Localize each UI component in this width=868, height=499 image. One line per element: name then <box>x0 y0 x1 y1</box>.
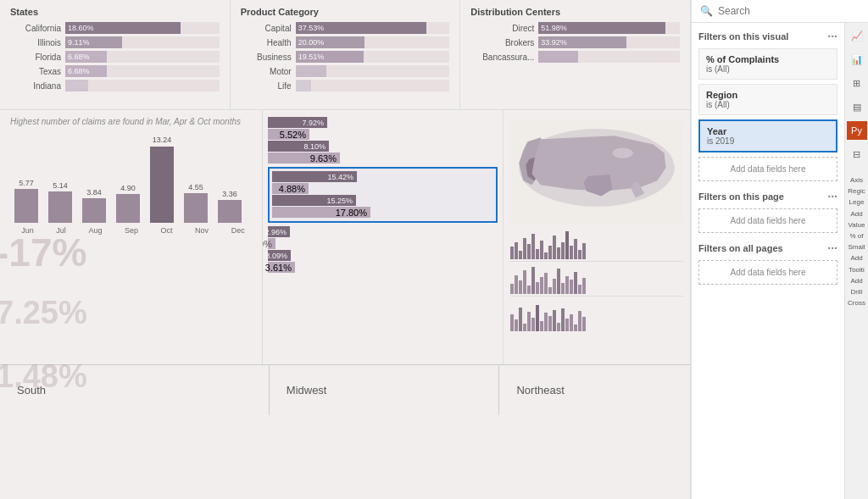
product-bar-health[interactable]: Health 20.00% <box>241 36 450 48</box>
bar-dec[interactable] <box>218 200 242 223</box>
add3-label: Add <box>848 276 865 286</box>
product-bars: Capital 37.53% Health 20.00% <box>241 22 450 91</box>
hbar-group-2-selected[interactable]: 15.42% 4.88% 15.25% 17.80% <box>268 167 498 223</box>
months-labels: Jun Jul Aug Sep Oct Nov Dec <box>10 226 256 235</box>
usa-map[interactable] <box>510 117 683 227</box>
svg-point-9 <box>612 147 632 158</box>
product-chart: Product Category Capital 37.53% Health <box>231 0 461 109</box>
product-bar-capital[interactable]: Capital 37.53% <box>241 22 450 34</box>
table-icon-btn[interactable]: ⊞ <box>847 74 867 92</box>
trend-chart: Highest number of claims are found in Ma… <box>0 110 263 364</box>
product-title: Product Category <box>241 7 450 17</box>
hbar-1-2[interactable]: 5.52% <box>268 129 309 140</box>
hbar-2-3[interactable]: 15.25% <box>272 195 356 206</box>
middle-area: Highest number of claims are found in Ma… <box>0 110 690 364</box>
bar-oct[interactable] <box>150 147 174 223</box>
hbar-1-3[interactable]: 8.10% <box>268 141 329 152</box>
state-bar-indiana[interactable]: Indiana <box>10 80 220 91</box>
states-title: States <box>10 7 220 17</box>
svg-text:13.24: 13.24 <box>153 136 172 144</box>
product-bar-business[interactable]: Business 19.51% <box>241 51 450 63</box>
search-icon: 🔍 <box>700 5 713 17</box>
states-bars: California 18.60% Illinois 9.11% <box>10 22 220 91</box>
bottom-label-northeast[interactable]: Northeast <box>499 365 690 415</box>
hbar-2-2[interactable]: 4.88% <box>272 183 309 194</box>
cross-label: Cross <box>848 298 865 308</box>
sparkline-2 <box>510 267 683 297</box>
top-charts-row: States California 18.60% Illinois <box>0 0 690 110</box>
search-input[interactable] <box>718 5 860 17</box>
horiz-bars-section: 7.92% 5.52% 8.10% 9.63% 15.42% 4.88% 15.… <box>263 110 504 364</box>
filters-area: Filters on this visual ··· % of Complain… <box>692 23 844 499</box>
svg-text:4.55: 4.55 <box>188 183 203 191</box>
product-bar-motor[interactable]: Motor <box>241 65 450 77</box>
visual-add-fields[interactable]: Add data fields here <box>698 157 837 181</box>
dist-bar-bancassura[interactable]: Bancassura... <box>470 51 680 63</box>
dist-bar-brokers[interactable]: Brokers 33.92% <box>470 36 680 48</box>
bar-sep[interactable] <box>116 194 140 223</box>
page-add-fields[interactable]: Add data fields here <box>698 208 837 233</box>
hbar-1-4[interactable]: 9.63% <box>268 152 340 164</box>
filter-year[interactable]: Year is 2019 <box>698 119 837 152</box>
hbar-3-3[interactable]: 3.09% <box>268 250 291 261</box>
python-icon-btn[interactable]: Py <box>847 121 867 140</box>
filters-visual-menu[interactable]: ··· <box>827 30 837 43</box>
bottom-label-south[interactable]: South <box>0 365 270 415</box>
state-bar-texas[interactable]: Texas 6.68% <box>10 65 220 77</box>
distribution-title: Distribution Centers <box>470 7 680 17</box>
svg-text:3.84: 3.84 <box>86 188 102 197</box>
bar-nov[interactable] <box>184 193 208 223</box>
all-add-fields[interactable]: Add data fields here <box>698 260 837 285</box>
hbar-3-4[interactable]: 3.61% <box>268 262 295 273</box>
icon-sidebar: 📈 📊 ⊞ ▤ Py ⊟ Axis Regic Lege Add Value %… <box>844 23 868 499</box>
hbar-3-1[interactable]: 2.96% <box>268 226 290 237</box>
hbar-group-3: 2.96% 1.00% 3.09% 3.61% <box>268 226 498 273</box>
filter-region[interactable]: Region is (All) <box>698 84 837 115</box>
filter-pct-complaints[interactable]: % of Complaints is (All) <box>698 48 837 80</box>
hbar-2-1[interactable]: 15.42% <box>272 171 357 182</box>
bar-aug[interactable] <box>82 198 106 223</box>
search-bar: 🔍 <box>692 0 868 23</box>
filters-all-menu[interactable]: ··· <box>827 241 837 255</box>
state-bar-california[interactable]: California 18.60% <box>10 22 220 34</box>
hbar-2-4[interactable]: 17.80% <box>272 207 370 218</box>
legend-label: Lege <box>848 197 865 207</box>
bar-chart-icon-btn[interactable]: 📊 <box>847 50 867 69</box>
right-panel-labels: Axis Regic Lege Add Value % of Small Add… <box>848 175 865 309</box>
bar-jul[interactable] <box>48 191 72 223</box>
mini-sparklines <box>510 232 683 331</box>
monthly-bars-container: 5.77 5.14 3.84 4.90 13.24 4.55 3.36 <box>10 130 252 248</box>
panel-content: Filters on this visual ··· % of Complain… <box>692 23 868 499</box>
bottom-label-midwest[interactable]: Midwest <box>270 365 500 415</box>
big-pct-2: 7.25% <box>0 297 87 329</box>
add2-label: Add <box>848 253 865 263</box>
filters-all-title: Filters on all pages ··· <box>698 241 837 255</box>
line-chart-icon-btn[interactable]: 📈 <box>847 26 867 45</box>
hbar-3-2[interactable]: 1.00% <box>268 238 275 249</box>
hbar-1-1[interactable]: 7.92% <box>268 117 327 128</box>
map-area <box>504 110 690 364</box>
sparkline-1 <box>510 232 683 262</box>
product-bar-life[interactable]: Life <box>241 80 450 91</box>
sparkline-3 <box>510 302 683 331</box>
right-panel: 🔍 Filters on this visual ··· % of Compla… <box>690 0 868 499</box>
drill-label: Drill <box>848 287 865 297</box>
filter-icon-btn[interactable]: ▤ <box>847 97 867 116</box>
dist-bar-direct[interactable]: Direct 51.98% <box>470 22 680 34</box>
svg-text:5.77: 5.77 <box>19 179 34 187</box>
state-bar-illinois[interactable]: Illinois 9.11% <box>10 36 220 48</box>
state-bar-florida[interactable]: Florida 6.68% <box>10 51 220 63</box>
distribution-chart: Distribution Centers Direct 51.98% Broke… <box>460 0 690 109</box>
filters-page-menu[interactable]: ··· <box>827 190 837 203</box>
svg-text:5.14: 5.14 <box>53 181 68 190</box>
states-chart: States California 18.60% Illinois <box>0 0 231 109</box>
trend-annotation: Highest number of claims are found in Ma… <box>10 117 252 126</box>
value-label: Value <box>848 220 865 230</box>
region-label: Regic <box>848 186 865 196</box>
bar-jun[interactable] <box>14 189 38 223</box>
tooltip-label: Toolti <box>848 265 865 274</box>
axis-label: Axis <box>848 175 865 185</box>
bottom-row: South Midwest Northeast <box>0 364 690 415</box>
grid-icon-btn[interactable]: ⊟ <box>847 145 867 164</box>
svg-text:3.36: 3.36 <box>222 190 237 198</box>
